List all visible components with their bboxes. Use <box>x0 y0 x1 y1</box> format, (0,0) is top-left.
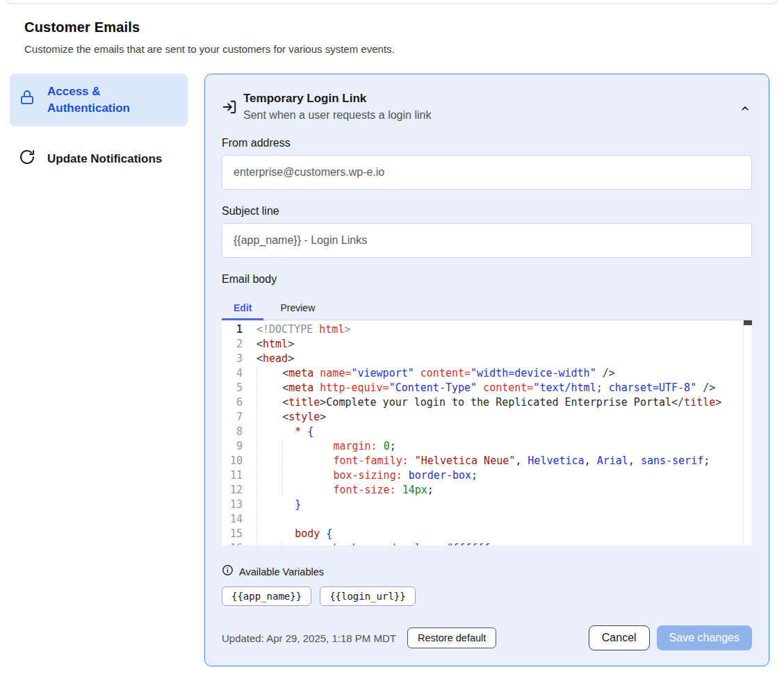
sidebar-item-update-notifications[interactable]: Update Notifications <box>10 139 188 180</box>
line-number: 9 <box>222 439 243 454</box>
code-text: margin: 0; <box>256 439 396 454</box>
code-text: <!DOCTYPE html> <box>256 322 350 337</box>
tab-preview[interactable]: Preview <box>268 295 327 320</box>
available-variables-row: Available Variables <box>222 564 752 579</box>
collapse-button[interactable] <box>738 101 752 117</box>
code-line: 9 margin: 0; <box>222 439 752 454</box>
chevron-up-icon <box>740 106 751 116</box>
cancel-button[interactable]: Cancel <box>589 625 650 650</box>
card-title: Temporary Login Link <box>243 92 431 106</box>
updated-timestamp: Updated: Apr 29, 2025, 1:18 PM MDT <box>222 632 396 644</box>
code-lines: 1<!DOCTYPE html>2<html>3<head>4 <meta na… <box>222 322 752 545</box>
info-icon <box>222 564 234 579</box>
subject-line-input[interactable] <box>222 223 752 258</box>
code-line: 7 <style> <box>222 410 752 425</box>
line-number: 11 <box>222 468 243 483</box>
available-variables-label: Available Variables <box>239 566 324 577</box>
code-text: <meta http-equiv="Content-Type" content=… <box>256 381 715 395</box>
editor-scrollbar[interactable] <box>743 320 752 545</box>
code-line: 1<!DOCTYPE html> <box>222 322 752 337</box>
card-header-text: Temporary Login Link Sent when a user re… <box>243 92 431 122</box>
sidebar-item-access-authentication[interactable]: Access & Authentication <box>10 74 188 126</box>
restore-default-button[interactable]: Restore default <box>407 627 496 648</box>
code-line: 3<head> <box>222 352 752 366</box>
code-text: <style> <box>256 410 326 425</box>
sidebar-item-label: Access & Authentication <box>47 83 179 117</box>
code-line: 13 } <box>222 498 752 512</box>
sidebar-item-label: Update Notifications <box>47 151 162 167</box>
code-line: 11 box-sizing: border-box; <box>222 468 752 483</box>
line-number: 14 <box>222 512 243 527</box>
save-changes-button[interactable]: Save changes <box>657 625 752 650</box>
email-settings-card: Temporary Login Link Sent when a user re… <box>204 74 769 666</box>
code-text <box>256 512 282 527</box>
variable-chip-app-name[interactable]: {{app_name}} <box>222 586 311 606</box>
line-number: 1 <box>222 322 243 337</box>
refresh-icon <box>19 149 35 170</box>
code-text: <html> <box>256 337 294 352</box>
page-title: Customer Emails <box>24 19 784 35</box>
code-line: 5 <meta http-equiv="Content-Type" conten… <box>222 381 752 395</box>
line-number: 10 <box>222 454 243 468</box>
line-number: 8 <box>222 425 243 439</box>
variable-chip-login-url[interactable]: {{login_url}} <box>320 586 416 606</box>
code-line: 12 font-size: 14px; <box>222 483 752 498</box>
card-footer: Updated: Apr 29, 2025, 1:18 PM MDT Resto… <box>222 625 752 650</box>
code-text: } <box>256 498 301 512</box>
code-text: background-color: #ffffff; <box>256 541 496 545</box>
tab-edit[interactable]: Edit <box>222 295 263 320</box>
line-number: 7 <box>222 410 243 425</box>
line-number: 16 <box>222 541 243 545</box>
line-number: 4 <box>222 366 243 381</box>
code-line: 6 <title>Complete your login to the Repl… <box>222 395 752 410</box>
code-text: body { <box>256 527 332 541</box>
card-subtitle: Sent when a user requests a login link <box>243 109 431 122</box>
line-number: 3 <box>222 352 243 366</box>
code-text: box-sizing: border-box; <box>256 468 477 483</box>
line-number: 15 <box>222 527 243 541</box>
code-text: font-size: 14px; <box>256 483 434 498</box>
variable-chips: {{app_name}} {{login_url}} <box>222 586 752 606</box>
code-text: * { <box>256 425 313 439</box>
log-in-icon <box>222 99 237 117</box>
editor-tabbar: Edit Preview <box>222 295 752 320</box>
code-line: 16 background-color: #ffffff; <box>222 541 752 545</box>
line-number: 12 <box>222 483 243 498</box>
line-number: 13 <box>222 498 243 512</box>
page-subtitle: Customize the emails that are sent to yo… <box>24 43 784 55</box>
line-number: 6 <box>222 395 243 410</box>
code-line: 8 * { <box>222 425 752 439</box>
code-line: 15 body { <box>222 527 752 541</box>
code-editor[interactable]: 1<!DOCTYPE html>2<html>3<head>4 <meta na… <box>222 320 752 545</box>
code-line: 14 <box>222 512 752 527</box>
code-line: 4 <meta name="viewport" content="width=d… <box>222 366 752 381</box>
code-text: <meta name="viewport" content="width=dev… <box>256 366 615 381</box>
page-header: Customer Emails Customize the emails tha… <box>0 4 784 55</box>
code-text: font-family: "Helvetica Neue", Helvetica… <box>256 454 710 468</box>
code-line: 10 font-family: "Helvetica Neue", Helvet… <box>222 454 752 468</box>
line-number: 2 <box>222 337 243 352</box>
code-line: 2<html> <box>222 337 752 352</box>
code-text: <title>Complete your login to the Replic… <box>256 395 721 410</box>
subject-line-label: Subject line <box>222 205 752 218</box>
card-header: Temporary Login Link Sent when a user re… <box>222 92 752 122</box>
from-address-input[interactable] <box>222 155 752 190</box>
from-address-label: From address <box>222 137 752 149</box>
email-body-label: Email body <box>222 273 752 286</box>
code-text: <head> <box>256 352 294 366</box>
line-number: 5 <box>222 381 243 395</box>
sidebar: Access & Authentication Update Notificat… <box>10 74 188 179</box>
footer-actions: Cancel Save changes <box>589 625 752 650</box>
lock-icon <box>19 89 35 110</box>
editor-scrollbar-thumb[interactable] <box>744 320 752 325</box>
